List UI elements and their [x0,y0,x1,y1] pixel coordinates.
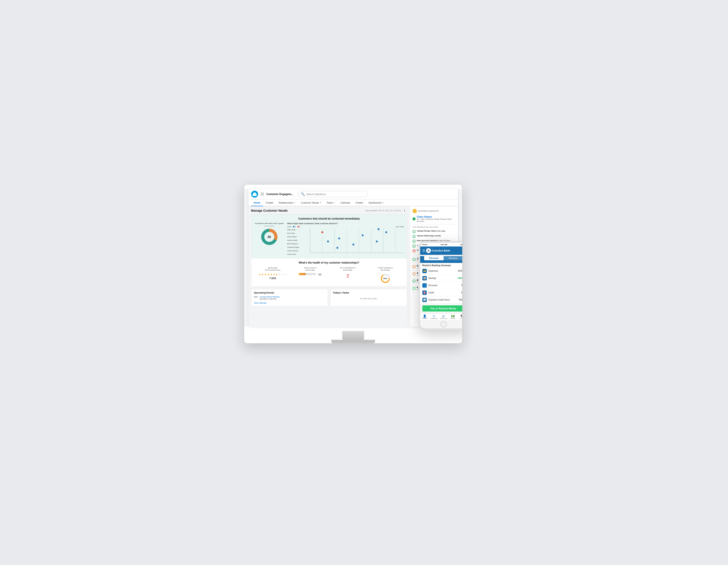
scatter-name-4: Aubrey Castillo [287,239,309,242]
customer-check-1 [412,258,416,261]
nav-home[interactable]: Home [251,200,263,206]
search-icon: 🔍 [301,192,305,196]
nav-chatter2[interactable]: Chatter [353,200,366,206]
phone-nav-notifications[interactable]: ⚠ Notifications [429,314,439,319]
expenses-label: Expenses [428,270,456,272]
event-row: Now Annual review Meeting 3/27/2017 4:30… [254,296,325,300]
star-8: ★ [279,273,281,276]
accounts-value: 7 [461,284,462,287]
star-5: ★ [270,273,272,276]
scatter-name-6: Chadwick English [287,246,309,249]
dot-4 [338,238,340,239]
einstein-name[interactable]: Claire Adams [417,215,455,218]
nav-relationships[interactable]: Relationships ▼ [276,200,298,206]
goals-label: Goals [428,291,459,294]
escalations-value: 2 [329,273,367,279]
accounts-nav-icon: 👤 [420,314,430,318]
phone-bottom-nav: 👤 Accounts ⚠ Notifications ◎ Credit Scor… [420,313,463,320]
star-2: ★ [261,273,264,276]
phone-nav-credit-score[interactable]: ◎ Credit Score [439,314,448,319]
credit-icon: 📊 [422,298,427,302]
phone-time: 9:41 AM [441,244,447,246]
dot-5 [327,241,329,242]
einstein-person-info: Claire Adams 92 · New Customer Need! Pri… [417,215,455,222]
data-updated: Data updated: Mar 13, 2017 at 11:48 AM [365,209,401,212]
phone-row-accounts[interactable]: 👥 Accounts 7 › [420,282,463,289]
refresh-button[interactable]: ↻ [402,209,407,213]
scatter-names: Aidan Shaw Anne Salas Asher Newton Aubre… [287,228,309,256]
phone-row-credit[interactable]: 📊 Experian Credit Score 754 › [420,296,463,304]
customer-check-2 [412,265,416,268]
phone-toggle-business[interactable]: Business [444,256,463,260]
pred-icon-4 [412,245,416,248]
phone-header-left: ☰ 🏦 Cumulus Bank [422,248,450,253]
dot-8 [337,247,338,249]
einstein-icon: ⚡ [412,209,417,213]
escalations-label: Tier 3 Escalations in last 90 days [329,267,367,271]
phone-toggle-personal[interactable]: Personal [424,256,444,260]
bob-donut: 66% [380,273,391,284]
phone-header: ☰ 🏦 Cumulus Bank ↻ [420,246,463,255]
x-label: Last Contact [302,226,404,227]
nav-dashboards[interactable]: Dashboards ▼ [366,200,386,206]
phone-toggle-wrap: Personal Business [420,256,463,263]
health-title: What's the health of my customer relatio… [254,261,404,264]
phone-nav-bill-pay[interactable]: 💵 Bill Pay [448,314,458,319]
legend-0: 0 [295,226,296,227]
credit-value: 754 [458,299,462,301]
nav-chatter[interactable]: Chatter [263,200,276,206]
star-3: ★ [264,273,267,276]
stars-row: ★ ★ ★ ★ ★ ★ ★ ★ ★ [254,273,292,276]
service-cases-value: 10 [318,273,322,276]
event-details: Annual review Meeting 3/27/2017 4:30 PM [260,296,280,300]
bottom-cards: Upcoming Events Now Annual review Meetin… [251,289,407,306]
legend-goals-label: Goals [287,226,291,227]
scatter-name-7: Colleen Durham [287,249,309,252]
main-header: Manage Customer Needs Data updated: Mar … [251,209,407,213]
phone-row-expenses[interactable]: 💳 Expenses 51% › [420,268,463,275]
scatter-name-5: Burke Sampson [287,242,309,245]
einstein-person: Claire Adams 92 · New Customer Need! Pri… [412,215,455,222]
pred-icon-1 [412,230,416,233]
monitor-base [331,340,375,343]
phone-row-savings[interactable]: 🐷 Savings +$50 › [420,275,463,282]
goals-value: 1 [461,291,462,294]
nav-tasks[interactable]: Tasks ▼ [324,200,338,206]
phone-nav-accounts[interactable]: 👤 Accounts [420,314,430,319]
phone-home-button[interactable] [440,321,447,327]
donut-label: Customers with fewer than 2 goals [254,222,285,224]
search-input[interactable] [306,193,365,195]
search-box[interactable]: 🔍 [298,191,368,197]
relationships-dropdown-arrow: ▼ [294,202,296,204]
event-time: Now [254,296,258,298]
accounts-icon: 👥 [422,283,427,288]
chart-inner: Customers with fewer than 2 goals Count … [254,222,404,256]
donut-center-value: 30 [268,235,271,239]
scatter-name-3: Asher Newton [287,235,309,238]
nps-value: 7.3/10 [254,277,292,280]
event-name[interactable]: Annual review Meeting [260,296,280,298]
scatter-name-8: Conan Nixon [287,253,309,256]
phone-refresh-icon[interactable]: ↻ [462,249,463,252]
view-calendar-link[interactable]: View Calendar [254,302,325,304]
pay-request-button[interactable]: Pay or Request Money [422,305,463,312]
nav-calendar[interactable]: Calendar [338,200,353,206]
chart-card: Customers that should be contacted immed… [251,214,407,287]
nav-customer-needs[interactable]: Customer Needs ▼ [298,200,324,206]
divider-1 [412,224,455,224]
phone-menu-icon[interactable]: ☰ [422,249,425,252]
scatter-title: Which high-value customers need a servic… [287,222,404,225]
phone-nav-contact[interactable]: 📞 Contact [458,314,463,319]
dashboards-dropdown-arrow: ▼ [382,202,384,204]
savings-value: +$50 [457,277,462,279]
events-card: Upcoming Events Now Annual review Meetin… [251,289,328,306]
star-9: ★ [281,273,284,276]
service-cases-bar-wrap: 10 [291,273,329,276]
einstein-status-dot [412,217,416,220]
chart-container: Customers that should be contacted immed… [251,215,407,259]
pred-text-2: >$2.0m Held Away Assets [417,235,441,237]
apps-grid[interactable] [261,193,264,195]
scatter-legend: Goals 0 1 [287,226,404,227]
phone-row-goals[interactable]: 🎯 Goals 1 › [420,289,463,296]
service-cases-metric: Service cases in last 30 days 10 [291,267,329,276]
